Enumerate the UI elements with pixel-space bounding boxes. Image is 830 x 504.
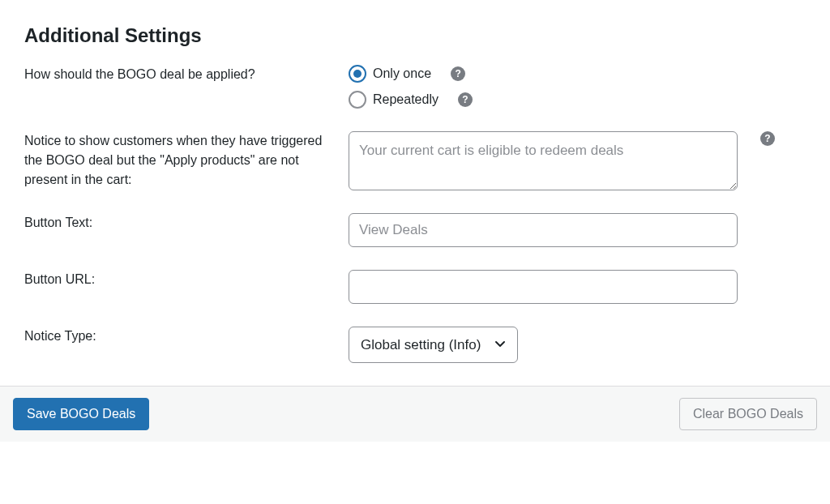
help-icon[interactable]: ? — [458, 92, 473, 107]
notice-type-row: Notice Type: Global setting (Info) — [24, 327, 806, 363]
apply-mode-label: How should the BOGO deal be applied? — [24, 65, 349, 84]
button-url-row: Button URL: — [24, 270, 806, 304]
apply-mode-once-radio[interactable] — [349, 65, 366, 83]
help-icon[interactable]: ? — [760, 131, 775, 146]
notice-message-textarea[interactable] — [349, 131, 738, 190]
save-button[interactable]: Save BOGO Deals — [13, 398, 149, 430]
notice-type-select[interactable]: Global setting (Info) — [349, 327, 518, 363]
button-text-label: Button Text: — [24, 213, 349, 233]
notice-type-label: Notice Type: — [24, 327, 349, 346]
apply-mode-repeatedly-label: Repeatedly — [373, 92, 439, 107]
button-url-label: Button URL: — [24, 270, 349, 289]
clear-button[interactable]: Clear BOGO Deals — [679, 398, 817, 430]
button-text-input[interactable] — [349, 213, 738, 247]
section-title: Additional Settings — [24, 24, 806, 47]
button-url-input[interactable] — [349, 270, 738, 304]
apply-mode-radio-group: Only once ? Repeatedly ? — [349, 65, 473, 109]
footer-bar: Save BOGO Deals Clear BOGO Deals — [0, 386, 830, 442]
help-icon[interactable]: ? — [451, 66, 465, 81]
notice-message-label: Notice to show customers when they have … — [24, 131, 349, 190]
button-text-row: Button Text: — [24, 213, 806, 247]
apply-mode-repeatedly-radio[interactable] — [349, 91, 366, 109]
notice-message-row: Notice to show customers when they have … — [24, 131, 806, 190]
apply-mode-row: How should the BOGO deal be applied? Onl… — [24, 65, 806, 109]
apply-mode-once-label: Only once — [373, 66, 431, 81]
